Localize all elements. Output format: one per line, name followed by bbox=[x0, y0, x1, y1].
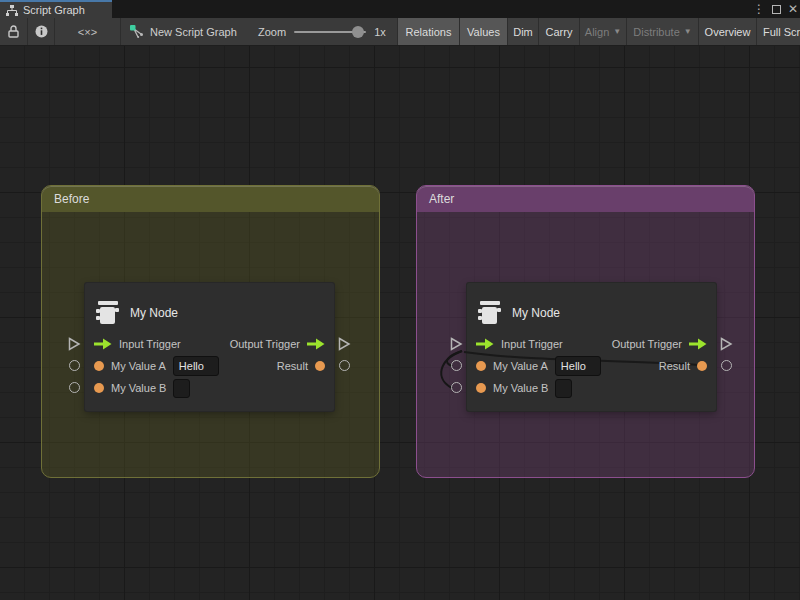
node-my-node-before[interactable]: My Node Input Trigger Output Trigger bbox=[85, 283, 334, 411]
port-label: Output Trigger bbox=[612, 338, 682, 350]
trigger-in-icon[interactable] bbox=[476, 338, 494, 350]
tab-label: Script Graph bbox=[23, 4, 85, 16]
value-port-icon[interactable] bbox=[697, 361, 707, 371]
trigger-port-external-right[interactable] bbox=[720, 337, 733, 351]
group-after-header[interactable]: After bbox=[417, 186, 754, 212]
window-controls: ⋮ ✕ bbox=[753, 0, 798, 18]
unit-icon bbox=[477, 301, 502, 325]
value-a-text: Hello bbox=[179, 360, 204, 372]
overview-label: Overview bbox=[705, 26, 751, 38]
overview-button[interactable]: Overview bbox=[698, 18, 756, 45]
graph-tab-icon bbox=[6, 5, 18, 16]
trigger-in-icon[interactable] bbox=[94, 338, 112, 350]
chevron-down-icon: ▼ bbox=[613, 27, 621, 36]
maximize-icon[interactable] bbox=[772, 5, 781, 14]
node-my-node-after[interactable]: My Node Input Trigger Output Trigger bbox=[467, 283, 716, 411]
port-row-trigger: Input Trigger Output Trigger bbox=[467, 333, 716, 355]
relations-toggle[interactable]: Relations bbox=[397, 18, 459, 45]
lock-button[interactable] bbox=[0, 18, 27, 45]
distribute-button: Distribute ▼ bbox=[626, 18, 698, 45]
graph-name-label: New Script Graph bbox=[150, 26, 237, 38]
value-a-input[interactable]: Hello bbox=[173, 356, 219, 376]
port-row-value-a: My Value A Hello Result bbox=[85, 355, 334, 377]
dim-toggle[interactable]: Dim bbox=[507, 18, 538, 45]
value-port-external-left[interactable] bbox=[451, 360, 462, 371]
value-port-external-right[interactable] bbox=[721, 360, 732, 371]
value-b-input[interactable] bbox=[173, 379, 190, 398]
carry-label: Carry bbox=[546, 26, 573, 38]
code-preview-button[interactable]: <×> bbox=[54, 18, 120, 45]
toolbar: <×> New Script Graph Zoom 1x Relations bbox=[0, 18, 800, 46]
distribute-label: Distribute bbox=[633, 26, 679, 38]
carry-toggle[interactable]: Carry bbox=[538, 18, 579, 45]
group-title: Before bbox=[54, 192, 89, 206]
port-label: Input Trigger bbox=[119, 338, 181, 350]
port-label: My Value A bbox=[493, 360, 548, 372]
port-row-value-b: My Value B bbox=[467, 377, 716, 399]
info-button[interactable] bbox=[27, 18, 54, 45]
node-title: My Node bbox=[130, 306, 178, 320]
tab-script-graph[interactable]: Script Graph bbox=[0, 0, 112, 18]
port-row-trigger: Input Trigger Output Trigger bbox=[85, 333, 334, 355]
value-port-icon[interactable] bbox=[94, 361, 104, 371]
zoom-label: Zoom bbox=[258, 26, 286, 38]
value-port-external-left[interactable] bbox=[451, 382, 462, 393]
value-port-icon[interactable] bbox=[94, 383, 104, 393]
align-button: Align ▼ bbox=[579, 18, 626, 45]
full-screen-label: Full Screen bbox=[763, 26, 800, 38]
value-a-text: Hello bbox=[561, 360, 586, 372]
full-screen-button[interactable]: Full Screen bbox=[756, 18, 800, 45]
dim-label: Dim bbox=[513, 26, 533, 38]
script-graph-window: Script Graph ⋮ ✕ <×> bbox=[0, 0, 800, 600]
value-port-icon[interactable] bbox=[476, 383, 486, 393]
node-title: My Node bbox=[512, 306, 560, 320]
relations-label: Relations bbox=[406, 26, 452, 38]
node-header[interactable]: My Node bbox=[467, 283, 716, 333]
node-rows: Input Trigger Output Trigger My Value A … bbox=[85, 333, 334, 399]
port-label: Result bbox=[659, 360, 690, 372]
code-icon: <×> bbox=[78, 26, 97, 38]
value-port-external-right[interactable] bbox=[339, 360, 350, 371]
value-a-input[interactable]: Hello bbox=[555, 356, 601, 376]
port-label: My Value B bbox=[111, 382, 166, 394]
kebab-menu-icon[interactable]: ⋮ bbox=[753, 2, 765, 16]
close-icon[interactable]: ✕ bbox=[788, 2, 798, 16]
trigger-port-external-right[interactable] bbox=[338, 337, 351, 351]
graph-name: New Script Graph bbox=[130, 18, 237, 45]
toolbar-separator bbox=[120, 18, 121, 45]
unit-icon bbox=[95, 301, 120, 325]
group-title: After bbox=[429, 192, 454, 206]
info-icon bbox=[35, 25, 48, 38]
node-rows: Input Trigger Output Trigger My Value A … bbox=[467, 333, 716, 399]
value-port-external-left[interactable] bbox=[69, 382, 80, 393]
zoom-control: Zoom 1x bbox=[258, 18, 386, 45]
port-label: Input Trigger bbox=[501, 338, 563, 350]
node-header[interactable]: My Node bbox=[85, 283, 334, 333]
lock-icon bbox=[8, 25, 19, 38]
values-toggle[interactable]: Values bbox=[459, 18, 507, 45]
script-graph-icon bbox=[130, 25, 144, 38]
port-label: Output Trigger bbox=[230, 338, 300, 350]
value-b-input[interactable] bbox=[555, 379, 572, 398]
port-row-value-b: My Value B bbox=[85, 377, 334, 399]
value-port-external-left[interactable] bbox=[69, 360, 80, 371]
graph-canvas[interactable]: Before After My Node bbox=[0, 46, 800, 600]
port-label: Result bbox=[277, 360, 308, 372]
zoom-slider[interactable] bbox=[294, 31, 366, 33]
port-row-value-a: My Value A Hello Result bbox=[467, 355, 716, 377]
values-label: Values bbox=[467, 26, 500, 38]
trigger-port-external-left[interactable] bbox=[68, 337, 81, 351]
zoom-value: 1x bbox=[374, 26, 386, 38]
value-port-icon[interactable] bbox=[315, 361, 325, 371]
port-label: My Value B bbox=[493, 382, 548, 394]
trigger-port-external-left[interactable] bbox=[450, 337, 463, 351]
value-port-icon[interactable] bbox=[476, 361, 486, 371]
trigger-out-icon[interactable] bbox=[689, 338, 707, 350]
align-label: Align bbox=[585, 26, 609, 38]
group-before-header[interactable]: Before bbox=[42, 186, 379, 212]
trigger-out-icon[interactable] bbox=[307, 338, 325, 350]
zoom-slider-handle[interactable] bbox=[352, 26, 364, 38]
toolbar-toggles: Relations Values Dim Carry Align ▼ Distr… bbox=[397, 18, 800, 45]
tab-bar: Script Graph ⋮ ✕ bbox=[0, 0, 800, 18]
chevron-down-icon: ▼ bbox=[684, 27, 692, 36]
